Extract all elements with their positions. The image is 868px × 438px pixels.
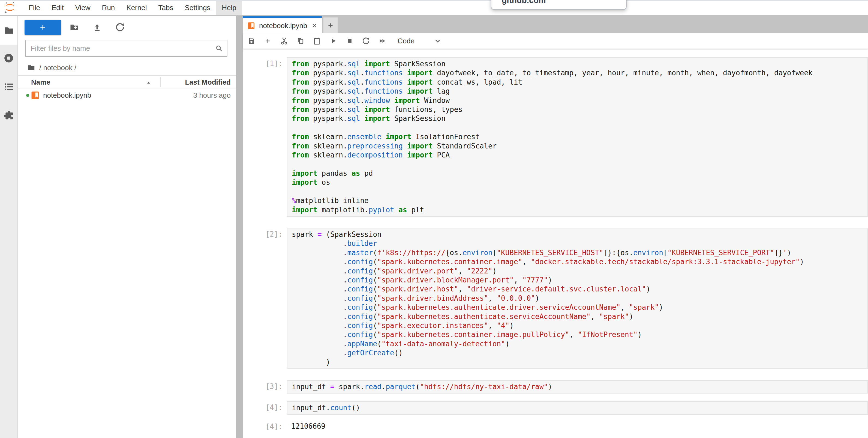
code-cell: [4]:input_df.count() (243, 401, 868, 414)
file-list-header: Name Last Modified (18, 75, 236, 88)
code-cell: [1]:from pyspark.sql import SparkSession… (243, 57, 868, 217)
extension-manager-tab[interactable] (0, 110, 18, 121)
plus-icon (38, 23, 47, 32)
output-row: [4]:12106669 (243, 420, 868, 433)
plus-icon (264, 37, 272, 45)
run-cell-button[interactable] (326, 34, 341, 48)
menu-view[interactable]: View (69, 0, 96, 15)
file-browser-tab[interactable] (0, 16, 18, 45)
fast-forward-icon (378, 37, 386, 45)
file-name: notebook.ipynb (43, 91, 91, 99)
breadcrumb[interactable]: / notebook / (18, 62, 76, 74)
cell-type-dropdown[interactable]: Code (398, 37, 414, 45)
table-of-contents-tab[interactable] (0, 81, 18, 92)
dock-tab-bar: notebook.ipynb (243, 16, 868, 33)
interrupt-kernel-button[interactable] (342, 34, 357, 48)
cell-editor[interactable]: input_df = spark.read.parquet("hdfs://hd… (287, 380, 868, 393)
paste-cells-button[interactable] (309, 34, 324, 48)
code-cell: [2]:spark = (SparkSession .builder .mast… (243, 228, 868, 369)
input-prompt: [3]: (243, 380, 287, 393)
cut-cells-button[interactable] (277, 34, 292, 48)
file-row[interactable]: notebook.ipynb3 hours ago (18, 88, 236, 102)
menu-help[interactable]: Help (216, 0, 242, 15)
sort-ascending-icon (146, 80, 152, 86)
input-prompt: [2]: (243, 228, 287, 369)
notebook-icon (31, 91, 40, 100)
paste-icon (313, 37, 321, 45)
jupyterlab-window: github.com FileEditViewRunKernelTabsSett… (0, 0, 868, 438)
restart-run-all-button[interactable] (375, 34, 390, 48)
menu-edit[interactable]: Edit (46, 0, 69, 15)
restart-icon (362, 37, 370, 45)
refresh-icon (115, 22, 125, 32)
puzzle-icon (3, 110, 14, 121)
code-cell: [3]:input_df = spark.read.parquet("hdfs:… (243, 380, 868, 393)
insert-cell-button[interactable] (260, 34, 275, 48)
input-prompt: [1]: (243, 57, 287, 217)
browser-top-edge (0, 0, 868, 1)
home-folder-icon (27, 64, 35, 72)
list-icon (3, 81, 14, 92)
plus-icon (327, 22, 334, 29)
filter-box (25, 40, 227, 57)
stop-circle-icon (3, 53, 14, 64)
file-browser-panel: / notebook / Name Last Modified notebook… (18, 16, 236, 438)
tab-notebook[interactable]: notebook.ipynb (243, 17, 322, 33)
cell-output: 12106669 (287, 420, 868, 433)
notebook-cells-area: [1]:from pyspark.sql import SparkSession… (243, 50, 868, 438)
upload-button[interactable] (90, 20, 104, 34)
left-sidebar (0, 16, 18, 438)
refresh-button[interactable] (113, 20, 127, 34)
upload-icon (92, 22, 102, 32)
menu-settings[interactable]: Settings (179, 0, 216, 15)
chevron-down-icon[interactable] (434, 37, 442, 45)
browser-popup: github.com (491, 0, 627, 10)
menu-run[interactable]: Run (96, 0, 121, 15)
cut-icon (280, 37, 288, 45)
jupyter-logo-icon (3, 1, 17, 15)
output-prompt: [4]: (243, 420, 287, 433)
stop-icon (345, 37, 354, 45)
new-folder-button[interactable] (67, 20, 81, 34)
tab-title: notebook.ipynb (259, 22, 307, 30)
file-list: notebook.ipynb3 hours ago (18, 88, 236, 102)
column-header-modified[interactable]: Last Modified (185, 78, 231, 87)
search-icon (215, 44, 223, 52)
notebook-toolbar: Code (243, 33, 868, 49)
cell-editor[interactable]: input_df.count() (287, 401, 868, 414)
input-prompt: [4]: (243, 401, 287, 414)
menu-items: FileEditViewRunKernelTabsSettingsHelp (23, 0, 242, 15)
copy-icon (297, 37, 305, 45)
running-sessions-tab[interactable] (0, 53, 18, 64)
folder-icon (3, 25, 14, 36)
run-icon (329, 37, 337, 45)
column-header-name[interactable]: Name (31, 78, 51, 87)
save-icon (247, 37, 255, 45)
file-browser-toolbar (18, 16, 236, 39)
new-folder-icon (69, 22, 79, 32)
file-modified: 3 hours ago (193, 91, 231, 99)
column-divider (160, 77, 161, 87)
new-tab-button[interactable] (323, 18, 338, 33)
copy-cells-button[interactable] (293, 34, 308, 48)
menu-kernel[interactable]: Kernel (121, 0, 152, 15)
main-dock-panel: notebook.ipynb Code [1]:from pyspark.sql… (243, 16, 868, 438)
menu-file[interactable]: File (23, 0, 46, 15)
running-kernel-dot (26, 94, 29, 97)
notebook-file-icon (247, 22, 255, 30)
panel-splitter[interactable] (236, 16, 243, 438)
menu-bar: FileEditViewRunKernelTabsSettingsHelp (0, 0, 868, 16)
breadcrumb-path: / notebook / (39, 64, 76, 72)
browser-popup-domain: github.com (502, 0, 546, 5)
new-launcher-button[interactable] (25, 20, 61, 35)
cell-editor[interactable]: spark = (SparkSession .builder .master(f… (287, 228, 868, 369)
close-tab-icon[interactable] (311, 22, 318, 29)
filter-files-input[interactable] (26, 40, 227, 56)
cell-editor[interactable]: from pyspark.sql import SparkSession fro… (287, 57, 868, 217)
menu-tabs[interactable]: Tabs (152, 0, 179, 15)
restart-kernel-button[interactable] (358, 34, 374, 48)
save-button[interactable] (244, 34, 259, 48)
